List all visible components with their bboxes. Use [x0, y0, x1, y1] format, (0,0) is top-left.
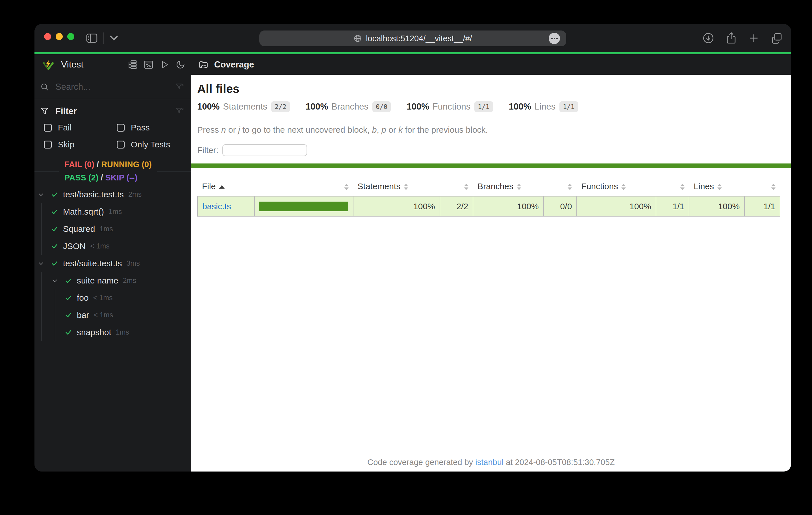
sort-icon[interactable] [771, 184, 776, 190]
clear-search-filter-icon[interactable] [175, 83, 184, 91]
test-name[interactable]: test/basic.test.ts [63, 190, 124, 199]
checkbox-label: Pass [131, 123, 150, 132]
test-name[interactable]: test/suite.test.ts [63, 259, 122, 268]
coverage-status-line-high [191, 163, 791, 168]
stat-statements: 100%Statements2/2 [197, 101, 290, 112]
checkbox-box[interactable] [44, 141, 52, 149]
address-bar[interactable]: localhost:51204/__vitest__/#/ [259, 30, 566, 46]
coverage-bar [259, 202, 348, 211]
dark-mode-toggle-icon[interactable] [176, 60, 185, 69]
checkbox-label: Skip [58, 140, 74, 149]
test-name[interactable]: snapshot [77, 328, 111, 337]
test-tree-item[interactable]: bar< 1ms [34, 306, 191, 324]
test-tree-item[interactable]: foo< 1ms [34, 289, 191, 306]
dashboard-icon[interactable] [144, 60, 154, 70]
coverage-title: Coverage [214, 60, 254, 70]
test-pass-check-icon [51, 225, 63, 233]
test-duration: < 1ms [93, 311, 113, 319]
column-header-functions[interactable]: Functions [577, 177, 656, 196]
app-title: Vitest [61, 59, 83, 70]
chevron-down-icon[interactable] [51, 277, 64, 284]
coverage-bar-cell [255, 196, 353, 216]
test-tree-item[interactable]: suite name2ms [34, 272, 191, 289]
checkbox-pass[interactable]: Pass [117, 123, 191, 132]
sort-icon[interactable] [404, 184, 408, 190]
column-header-chart[interactable] [255, 177, 353, 196]
tab-overview-button[interactable] [771, 32, 783, 44]
chevron-down-icon[interactable] [37, 191, 51, 198]
test-name[interactable]: Squared [63, 224, 95, 234]
column-header-branches-ratio[interactable] [544, 177, 577, 196]
url-text: localhost:51204/__vitest__/#/ [366, 34, 472, 43]
test-duration: 1ms [109, 208, 122, 216]
new-tab-button[interactable] [748, 32, 759, 44]
coverage-header: Coverage [191, 54, 791, 75]
search-bar[interactable]: Search... [34, 75, 191, 99]
coverage-filter-input[interactable] [222, 144, 307, 156]
vitest-header: Vitest [34, 54, 191, 75]
close-window-button[interactable] [44, 33, 51, 40]
minimize-window-button[interactable] [56, 33, 63, 40]
checkbox-box[interactable] [117, 141, 124, 149]
sidebar-toggle-icon[interactable] [86, 33, 98, 43]
share-button[interactable] [726, 32, 737, 44]
column-header-functions-ratio[interactable] [656, 177, 689, 196]
column-header-statements-ratio[interactable] [440, 177, 473, 196]
istanbul-link[interactable]: istanbul [475, 458, 503, 467]
test-name[interactable]: bar [77, 310, 89, 320]
test-pass-check-icon [51, 242, 63, 250]
test-name[interactable]: JSON [63, 241, 86, 251]
column-header-lines[interactable]: Lines [689, 177, 745, 196]
test-tree-item[interactable]: test/suite.test.ts3ms [34, 255, 191, 272]
checkbox-label: Fail [58, 123, 71, 132]
test-name[interactable]: foo [77, 293, 89, 303]
chevron-down-icon[interactable] [110, 35, 118, 41]
page-settings-button[interactable] [549, 33, 560, 44]
toolbar-divider [104, 32, 104, 44]
stat-ratio-badge: 2/2 [271, 101, 290, 112]
column-header-statements[interactable]: Statements [353, 177, 440, 196]
checkbox-fail[interactable]: Fail [44, 123, 117, 132]
sort-icon[interactable] [464, 184, 468, 190]
file-link[interactable]: basic.ts [202, 202, 231, 211]
test-name[interactable]: suite name [77, 276, 118, 285]
test-name[interactable]: Math.sqrt() [63, 207, 104, 217]
test-tree-item[interactable]: test/basic.test.ts2ms [34, 186, 191, 203]
tree-indent-guide [41, 220, 42, 238]
tree-indent-guide [41, 306, 42, 324]
test-tree-item[interactable]: JSON< 1ms [34, 238, 191, 255]
checkbox-only-tests[interactable]: Only Tests [117, 140, 191, 149]
sort-icon[interactable] [680, 184, 685, 190]
checkbox-box[interactable] [44, 124, 52, 131]
sort-icon[interactable] [517, 184, 521, 190]
column-header-lines-ratio[interactable] [745, 177, 780, 196]
chevron-down-icon[interactable] [37, 260, 51, 267]
globe-icon [353, 34, 362, 42]
test-duration: < 1ms [93, 294, 113, 302]
browser-window: localhost:51204/__vitest__/#/ [34, 24, 791, 472]
vitest-logo-icon [42, 58, 55, 71]
test-tree-item[interactable]: Squared1ms [34, 220, 191, 238]
test-tree-item[interactable]: snapshot1ms [34, 324, 191, 341]
column-header-branches[interactable]: Branches [473, 177, 544, 196]
tree-indent-guide [55, 306, 55, 324]
coverage-table: FileStatementsBranchesFunctionsLines bas… [197, 177, 780, 217]
run-all-tests-icon[interactable] [160, 60, 170, 69]
clear-filters-icon[interactable] [175, 107, 184, 116]
ratio-cell: 0/0 [544, 196, 577, 216]
zoom-window-button[interactable] [67, 33, 74, 40]
checkbox-skip[interactable]: Skip [44, 140, 117, 149]
checkbox-box[interactable] [117, 124, 124, 131]
tree-indent-guide [41, 272, 42, 289]
sort-icon[interactable] [344, 184, 349, 190]
test-pass-check-icon [64, 328, 77, 336]
test-tree-item[interactable]: Math.sqrt()1ms [34, 203, 191, 220]
sort-icon[interactable] [717, 184, 722, 190]
sort-icon[interactable] [568, 184, 572, 190]
test-pass-check-icon [64, 294, 77, 302]
test-tree-view-icon[interactable] [127, 60, 137, 70]
downloads-button[interactable] [702, 32, 714, 44]
sort-icon[interactable] [621, 184, 626, 190]
column-header-file[interactable]: File [198, 177, 255, 196]
test-duration: 1ms [99, 225, 113, 233]
